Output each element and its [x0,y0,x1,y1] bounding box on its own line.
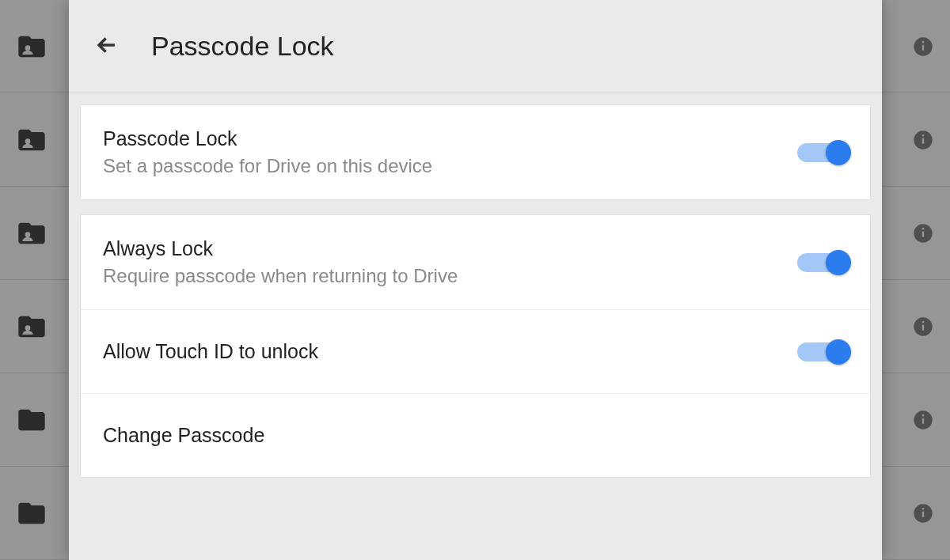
toggle-thumb [826,339,851,365]
row-text: Change Passcode [103,424,264,447]
row-subtitle: Set a passcode for Drive on this device [103,155,432,177]
row-subtitle: Require passcode when returning to Drive [103,265,458,287]
toggle-thumb [826,250,851,275]
back-button[interactable] [85,25,129,69]
row-change-passcode[interactable]: Change Passcode [81,393,870,477]
arrow-left-icon [93,32,120,62]
row-text: Always Lock Require passcode when return… [103,237,458,287]
card-passcode: Passcode Lock Set a passcode for Drive o… [80,104,871,200]
row-touch-id[interactable]: Allow Touch ID to unlock [81,309,870,393]
modal-title: Passcode Lock [151,31,334,62]
row-passcode-lock[interactable]: Passcode Lock Set a passcode for Drive o… [81,105,870,199]
touch-id-toggle[interactable] [797,341,848,363]
row-always-lock[interactable]: Always Lock Require passcode when return… [81,215,870,309]
row-title: Allow Touch ID to unlock [103,340,318,363]
toggle-thumb [826,140,851,165]
row-title: Always Lock [103,237,458,260]
row-text: Passcode Lock Set a passcode for Drive o… [103,127,432,177]
passcode-lock-modal: Passcode Lock Passcode Lock Set a passco… [69,0,882,560]
row-text: Allow Touch ID to unlock [103,340,318,363]
row-title: Passcode Lock [103,127,432,150]
card-options: Always Lock Require passcode when return… [80,214,871,478]
modal-header: Passcode Lock [69,0,882,93]
row-title: Change Passcode [103,424,264,447]
passcode-lock-toggle[interactable] [797,142,848,164]
always-lock-toggle[interactable] [797,252,848,274]
modal-body: Passcode Lock Set a passcode for Drive o… [69,93,882,503]
